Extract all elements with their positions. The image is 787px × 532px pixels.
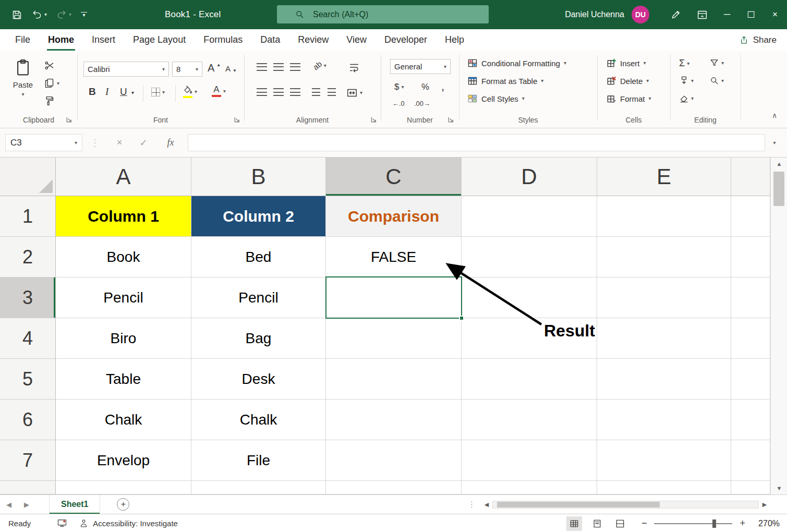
horizontal-scrollbar[interactable]: ◀ ▶ <box>481 499 770 511</box>
cell-C4[interactable] <box>326 318 462 359</box>
sheet-nav-left-icon[interactable]: ◀ <box>0 495 18 514</box>
decrease-decimal-button[interactable]: .00→ <box>414 100 430 107</box>
formula-input[interactable] <box>188 135 765 151</box>
tab-formulas[interactable]: Formulas <box>195 29 251 51</box>
cut-button[interactable] <box>44 60 55 71</box>
user-name[interactable]: Daniel Uchenna <box>565 10 624 19</box>
col-header-A[interactable]: A <box>56 158 191 196</box>
name-box-splitter[interactable]: ⋮ <box>90 134 100 151</box>
cell-F7[interactable] <box>731 440 770 481</box>
cell-D5[interactable] <box>462 359 597 400</box>
shrink-font-button[interactable]: A▼ <box>225 64 237 73</box>
name-box-chevron-icon[interactable]: ▾ <box>75 140 77 146</box>
close-button[interactable]: × <box>763 0 787 29</box>
cell-A8[interactable] <box>56 481 191 494</box>
align-top-button[interactable] <box>257 63 267 71</box>
cell-F5[interactable] <box>731 359 770 400</box>
align-center-button[interactable] <box>273 88 284 96</box>
ribbon-display-options-icon[interactable] <box>689 0 715 29</box>
scroll-down-icon[interactable]: ▼ <box>771 482 787 494</box>
cell-B3[interactable]: Pencil <box>191 277 326 318</box>
align-bottom-button[interactable] <box>290 63 300 71</box>
increase-indent-button[interactable] <box>328 88 336 96</box>
align-middle-button[interactable] <box>273 63 284 71</box>
search-input[interactable] <box>313 10 469 19</box>
sheet-tab-sheet1[interactable]: Sheet1 <box>49 495 100 514</box>
minimize-button[interactable]: ─ <box>715 0 739 29</box>
wrap-text-button[interactable] <box>348 62 360 74</box>
borders-button[interactable]: ▾ <box>151 88 165 96</box>
format-painter-button[interactable] <box>44 95 55 106</box>
tab-file[interactable]: File <box>6 29 39 51</box>
copy-button[interactable]: ▾ <box>44 78 59 89</box>
horizontal-scrollbar-track[interactable] <box>492 501 759 509</box>
col-header-C[interactable]: C <box>326 158 462 196</box>
cell-D6[interactable] <box>462 400 597 440</box>
cell-B7[interactable]: File <box>191 440 326 481</box>
save-icon[interactable] <box>11 9 22 20</box>
collapse-ribbon-icon[interactable]: ∧ <box>772 111 777 119</box>
cell-F2[interactable] <box>731 237 770 277</box>
cell-A4[interactable]: Biro <box>56 318 191 359</box>
orientation-button[interactable]: ab▾ <box>313 61 326 70</box>
cell-A7[interactable]: Envelop <box>56 440 191 481</box>
cell-D1[interactable] <box>462 196 597 237</box>
italic-button[interactable]: I <box>105 86 108 98</box>
delete-cells-button[interactable]: Delete▾ <box>606 76 649 86</box>
cell-C6[interactable] <box>326 400 462 440</box>
cell-F1[interactable] <box>731 196 770 237</box>
cell-D2[interactable] <box>462 237 597 277</box>
scroll-up-icon[interactable]: ▲ <box>771 158 787 170</box>
cell-E1[interactable] <box>597 196 731 237</box>
cell-C8[interactable] <box>326 481 462 494</box>
cell-E2[interactable] <box>597 237 731 277</box>
tab-view[interactable]: View <box>337 29 376 51</box>
avatar[interactable]: DU <box>632 6 649 23</box>
comma-style-button[interactable]: , <box>441 80 444 93</box>
clipboard-dialog-launcher-icon[interactable] <box>66 116 72 123</box>
row-header-7[interactable]: 7 <box>0 440 56 481</box>
cell-D8[interactable] <box>462 481 597 494</box>
row-header-4[interactable]: 4 <box>0 318 56 359</box>
tab-data[interactable]: Data <box>251 29 289 51</box>
sort-filter-button[interactable]: ▾ <box>709 58 724 68</box>
cell-A5[interactable]: Table <box>56 359 191 400</box>
share-button[interactable]: Share <box>739 29 777 51</box>
cell-C2[interactable]: FALSE <box>326 237 462 277</box>
zoom-slider-thumb[interactable] <box>712 519 716 528</box>
font-name-combobox[interactable]: Calibri▾ <box>83 62 169 77</box>
new-sheet-button[interactable]: + <box>117 498 129 511</box>
zoom-slider[interactable] <box>654 523 732 524</box>
clear-button[interactable]: ▾ <box>679 93 694 103</box>
alignment-dialog-launcher-icon[interactable] <box>370 116 377 123</box>
decrease-indent-button[interactable] <box>312 88 320 96</box>
cell-B4[interactable]: Bag <box>191 318 326 359</box>
col-header-D[interactable]: D <box>462 158 597 196</box>
cell-A1[interactable]: Column 1 <box>56 196 191 237</box>
tab-home[interactable]: Home <box>39 29 83 51</box>
accounting-format-button[interactable]: $▾ <box>394 82 404 92</box>
undo-button[interactable]: ▾ <box>32 9 47 20</box>
cell-B2[interactable]: Bed <box>191 237 326 277</box>
insert-function-icon[interactable]: fx <box>161 134 180 151</box>
scroll-right-icon[interactable]: ▶ <box>759 499 770 511</box>
col-header-E[interactable]: E <box>597 158 731 196</box>
macro-record-icon[interactable] <box>57 518 67 528</box>
cell-E5[interactable] <box>597 359 731 400</box>
font-dialog-launcher-icon[interactable] <box>234 116 240 123</box>
zoom-in-button[interactable]: + <box>740 518 745 529</box>
cell-A3[interactable]: Pencil <box>56 277 191 318</box>
cell-A6[interactable]: Chalk <box>56 400 191 440</box>
cell-E3[interactable] <box>597 277 731 318</box>
cell-B5[interactable]: Desk <box>191 359 326 400</box>
cell-C1[interactable]: Comparison <box>326 196 462 237</box>
cell-F4[interactable] <box>731 318 770 359</box>
grow-font-button[interactable]: A▲ <box>208 62 221 74</box>
zoom-level[interactable]: 270% <box>753 519 780 528</box>
underline-chevron-icon[interactable]: ▾ <box>131 90 134 95</box>
row-header-8-partial[interactable] <box>0 481 56 494</box>
font-color-button[interactable]: A▾ <box>212 85 226 97</box>
select-all-corner[interactable] <box>0 158 56 196</box>
cell-F3[interactable] <box>731 277 770 318</box>
row-header-1[interactable]: 1 <box>0 196 56 237</box>
